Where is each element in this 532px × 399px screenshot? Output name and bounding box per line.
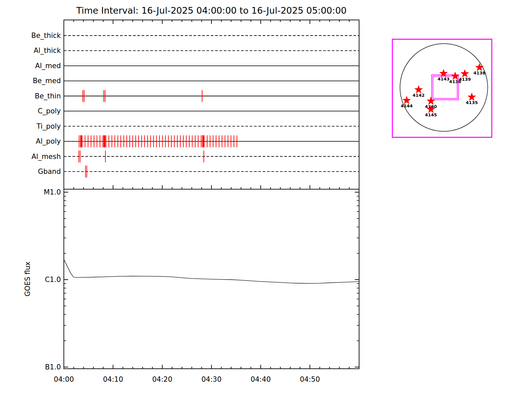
row-label-Al_med: Al_med [35, 62, 61, 70]
active-region-star-4142 [415, 85, 423, 93]
active-region-label-4135: 4135 [466, 100, 478, 105]
active-region-label-4140: 4140 [425, 104, 437, 109]
row-label-Al_thick: Al_thick [34, 47, 61, 55]
solar-limb-circle [400, 44, 488, 131]
timeline-row-Al_thick: Al_thick [34, 47, 359, 55]
row-label-Al_mesh: Al_mesh [32, 153, 61, 161]
map-border [392, 39, 492, 137]
timeline-frame [64, 20, 359, 189]
y-tick-label-B1.0: B1.0 [45, 363, 61, 371]
active-region-label-4145: 4145 [425, 112, 437, 117]
x-tick-label-04:00: 04:00 [54, 375, 74, 383]
y-tick-label-M1.0: M1.0 [44, 188, 61, 196]
active-region-star-4144 [403, 96, 411, 104]
x-tick-label-04:30: 04:30 [201, 375, 222, 383]
timeline-row-Al_poly: Al_poly [36, 135, 359, 147]
goes-panel: M1.0C1.0B1.004:0004:1004:2004:3004:4004:… [24, 188, 359, 383]
active-region-star-4138 [475, 64, 483, 71]
x-tick-label-04:20: 04:20 [152, 375, 173, 383]
goes-x-axis: 04:0004:1004:2004:3004:4004:50 [54, 365, 359, 383]
x-tick-label-04:10: 04:10 [103, 375, 123, 383]
active-region-label-4138: 4138 [473, 70, 485, 75]
timeline-time-ticks [64, 20, 359, 189]
row-label-Gband: Gband [38, 168, 61, 176]
row-label-Be_med: Be_med [33, 77, 61, 85]
timeline-panel: Be_thickAl_thickAl_medBe_medBe_thinC_pol… [31, 20, 359, 189]
solar-disk-map: 413541364138413941404142414341444145 [392, 39, 492, 137]
plot-canvas: Be_thickAl_thickAl_medBe_medBe_thinC_pol… [0, 0, 532, 399]
active-region-label-4142: 4142 [413, 93, 425, 98]
timeline-row-Be_thin: Be_thin [35, 90, 359, 102]
screenshot-root: Time Interval: 16-Jul-2025 04:00:00 to 1… [0, 0, 532, 399]
timeline-row-Al_med: Al_med [35, 62, 359, 70]
row-label-Be_thin: Be_thin [35, 92, 61, 100]
x-tick-label-04:50: 04:50 [300, 375, 320, 383]
goes-y-axis: M1.0C1.0B1.0 [44, 188, 359, 371]
active-region-star-4135 [468, 93, 476, 101]
active-region-label-4139: 4139 [459, 77, 471, 82]
goes-flux-curve [64, 259, 359, 283]
active-region-label-4144: 4144 [401, 103, 413, 108]
y-tick-label-C1.0: C1.0 [45, 276, 61, 284]
row-label-Be_thick: Be_thick [31, 32, 61, 40]
active-region-label-4143: 4143 [438, 76, 450, 81]
row-label-Ti_poly: Ti_poly [36, 122, 61, 131]
active-region-star-4140 [427, 97, 435, 105]
timeline-row-Be_thick: Be_thick [31, 32, 359, 40]
timeline-row-Ti_poly: Ti_poly [36, 122, 359, 131]
goes-ylabel: GOES flux [24, 261, 32, 296]
active-region-star-4136 [451, 72, 459, 79]
timeline-row-Gband: Gband [38, 166, 359, 178]
timeline-row-C_poly: C_poly [38, 107, 359, 115]
row-label-Al_poly: Al_poly [36, 137, 61, 146]
active-region-star-4143 [440, 69, 448, 77]
timeline-row-Be_med: Be_med [33, 77, 359, 85]
active-region-star-4139 [461, 69, 469, 77]
x-tick-label-04:40: 04:40 [251, 375, 271, 383]
timeline-row-Al_mesh: Al_mesh [32, 151, 359, 163]
row-label-C_poly: C_poly [38, 107, 61, 115]
